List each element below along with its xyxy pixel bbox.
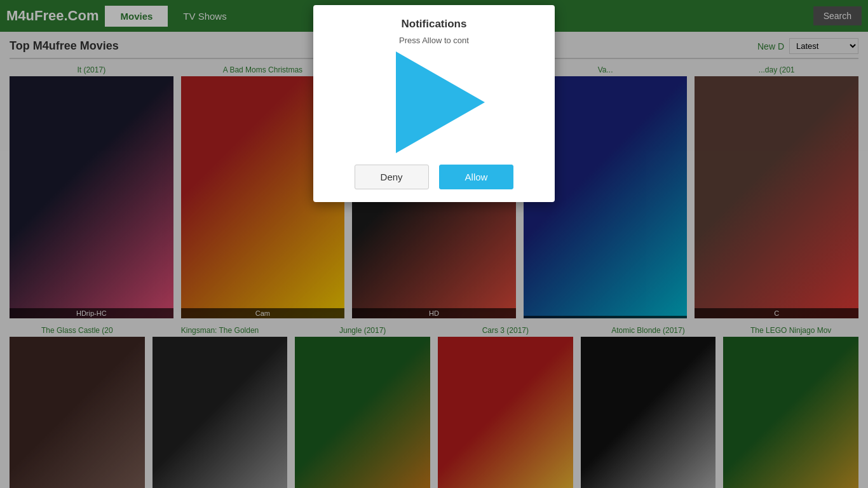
notification-message: Press Allow to cont [332,36,536,45]
notification-title: Notifications [332,18,536,30]
notification-buttons: Deny Allow [332,165,536,189]
play-icon-container [332,51,536,153]
deny-button[interactable]: Deny [355,165,429,189]
allow-button[interactable]: Allow [439,165,514,189]
play-icon [396,51,485,153]
notification-dialog: Notifications Press Allow to cont Deny A… [313,5,555,202]
overlay: Notifications Press Allow to cont Deny A… [0,0,868,488]
